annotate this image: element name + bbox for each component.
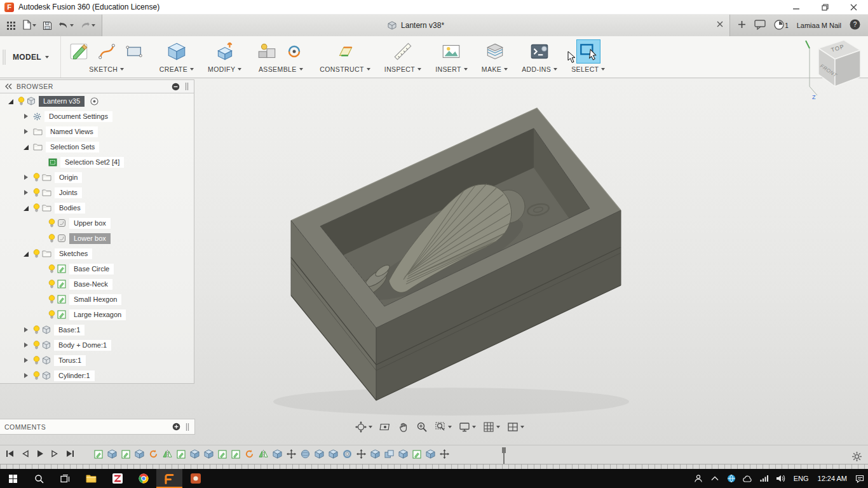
new-component-tool-icon[interactable] <box>165 40 188 63</box>
ribbon-group-inspect[interactable]: INSPECT <box>377 36 428 78</box>
minimize-panel-icon[interactable] <box>172 83 180 91</box>
timeline-feature-sketch-23[interactable] <box>412 450 421 459</box>
timeline-feature-mirror-5[interactable] <box>163 449 172 459</box>
timeline-feature-extrude-1[interactable] <box>107 449 117 459</box>
ribbon-group-modify[interactable]: MODIFY <box>201 36 248 78</box>
new-tab-button[interactable] <box>738 20 746 30</box>
expander-expanded-icon[interactable] <box>23 144 30 151</box>
volume-icon[interactable] <box>773 475 789 482</box>
expander-expanded-icon[interactable] <box>8 98 15 105</box>
expander-collapsed-icon[interactable] <box>23 128 30 135</box>
timeline-feature-sphere-15[interactable] <box>301 449 310 459</box>
browser-item-origin[interactable]: Origin <box>0 170 194 185</box>
timeline-settings-icon[interactable] <box>851 451 862 462</box>
timeline-feature-extrude-24[interactable] <box>426 449 435 459</box>
ribbon-group-dropdown[interactable]: ADD-INS <box>522 65 557 73</box>
browser-item-named-views[interactable]: Named Views <box>0 124 194 139</box>
taskbar-chrome-icon[interactable] <box>130 469 156 488</box>
activate-icon[interactable] <box>90 97 98 105</box>
go-to-end-button[interactable] <box>65 449 75 458</box>
help-button[interactable]: ? <box>850 19 860 32</box>
step-back-button[interactable] <box>21 449 30 458</box>
browser-item-sketches[interactable]: Sketches <box>0 246 194 261</box>
ribbon-group-dropdown[interactable]: INSPECT <box>384 65 421 73</box>
restore-button[interactable] <box>811 0 839 14</box>
expander-collapsed-icon[interactable] <box>23 174 30 181</box>
timeline-feature-extrude-13[interactable] <box>273 449 282 459</box>
timeline-ruler[interactable] <box>0 464 868 469</box>
ribbon-group-sketch[interactable]: SKETCH <box>61 36 153 78</box>
language-indicator[interactable]: ENG <box>789 469 813 488</box>
job-status-button[interactable]: 1 <box>774 20 789 32</box>
timeline-feature-sketch-9[interactable] <box>218 450 227 459</box>
browser-item-large-hexagon[interactable]: Large Hexagon <box>0 307 194 322</box>
browser-item-base-1[interactable]: Base:1 <box>0 322 194 337</box>
timeline-feature-sketch-10[interactable] <box>231 450 240 459</box>
step-forward-button[interactable] <box>50 449 59 458</box>
timeline-feature-combine-21[interactable] <box>384 449 394 459</box>
save-button[interactable] <box>41 20 53 32</box>
ribbon-group-dropdown[interactable]: MAKE <box>482 65 508 73</box>
browser-item-joints[interactable]: Joints <box>0 185 194 200</box>
ribbon-group-make[interactable]: MAKE <box>475 36 515 78</box>
look-at-button[interactable] <box>377 419 393 435</box>
signal-icon[interactable] <box>756 475 773 482</box>
timeline-feature-revolve-11[interactable] <box>245 449 254 459</box>
timeline-feature-move-14[interactable] <box>287 449 296 459</box>
cloud-icon[interactable] <box>740 475 756 482</box>
ribbon-group-dropdown[interactable]: SKETCH <box>89 65 124 73</box>
expander-collapsed-icon[interactable] <box>23 357 30 364</box>
browser-item-lower-box[interactable]: Lower box <box>0 231 194 246</box>
play-button[interactable] <box>36 449 44 458</box>
plane-tool-icon[interactable] <box>334 40 356 63</box>
timeline-feature-extrude-3[interactable] <box>135 449 144 459</box>
document-tab[interactable]: Lantern v38* <box>102 15 730 36</box>
rect-tool-tool-icon[interactable] <box>123 40 146 63</box>
minimize-button[interactable] <box>782 0 811 14</box>
grid-snaps-button[interactable] <box>480 419 503 435</box>
timeline-position-marker[interactable] <box>501 447 507 464</box>
ribbon-group-dropdown[interactable]: ASSEMBLE <box>259 65 303 73</box>
expander-collapsed-icon[interactable] <box>23 327 30 334</box>
browser-item-body-dome-1[interactable]: Body + Dome:1 <box>0 337 194 353</box>
create-sketch-tool-icon[interactable] <box>68 40 91 63</box>
timeline-feature-extrude-17[interactable] <box>329 449 338 459</box>
browser-item-document-settings[interactable]: Document Settings <box>0 109 194 124</box>
timeline-feature-mirror-12[interactable] <box>259 449 268 459</box>
taskbar-fusion-360-icon[interactable] <box>156 469 182 488</box>
action-center-icon[interactable] <box>851 469 868 488</box>
tab-close-icon[interactable] <box>717 20 723 29</box>
expander-collapsed-icon[interactable] <box>23 113 30 120</box>
scripts-tool-icon[interactable] <box>528 40 551 63</box>
orbit-button[interactable] <box>353 419 375 435</box>
user-name[interactable]: Lamiaa M Nail <box>797 22 841 29</box>
view-cube[interactable]: Z TOP FRONT <box>798 33 864 104</box>
print3d-tool-icon[interactable] <box>484 40 506 63</box>
joint-tool-icon[interactable] <box>283 40 306 63</box>
timeline-feature-extrude-22[interactable] <box>398 449 408 459</box>
pan-button[interactable] <box>395 419 412 435</box>
timeline-feature-extrude-8[interactable] <box>204 449 214 459</box>
taskbar-autodesk-app-icon[interactable] <box>182 469 208 488</box>
browser-item-bodies[interactable]: Bodies <box>0 200 194 215</box>
close-button[interactable] <box>839 0 868 14</box>
browser-item-selection-set2-4[interactable]: Selection Set2 [4] <box>0 154 194 170</box>
timeline-feature-extrude-16[interactable] <box>315 449 324 459</box>
timeline-feature-extrude-7[interactable] <box>190 449 200 459</box>
viewports-button[interactable] <box>505 419 527 435</box>
panel-grip-icon[interactable] <box>185 423 190 431</box>
redo-button[interactable] <box>79 19 97 32</box>
ribbon-group-dropdown[interactable]: CONSTRUCT <box>320 65 370 73</box>
ribbon-group-insert[interactable]: INSERT <box>428 36 475 78</box>
collapse-left-icon[interactable] <box>4 83 12 90</box>
ribbon-group-dropdown[interactable]: INSERT <box>435 65 468 73</box>
canvas-tool-icon[interactable] <box>440 40 463 63</box>
expander-expanded-icon[interactable] <box>23 205 30 212</box>
ribbon-group-assemble[interactable]: ASSEMBLE <box>248 36 313 78</box>
globe-icon[interactable] <box>723 474 740 483</box>
browser-item-cylinder-1[interactable]: Cylinder:1 <box>0 368 194 383</box>
browser-item-base-circle[interactable]: Base Circle <box>0 261 194 276</box>
taskbar-search-icon[interactable] <box>26 469 52 488</box>
expander-collapsed-icon[interactable] <box>23 372 30 379</box>
chevron-up-icon[interactable] <box>707 476 723 481</box>
